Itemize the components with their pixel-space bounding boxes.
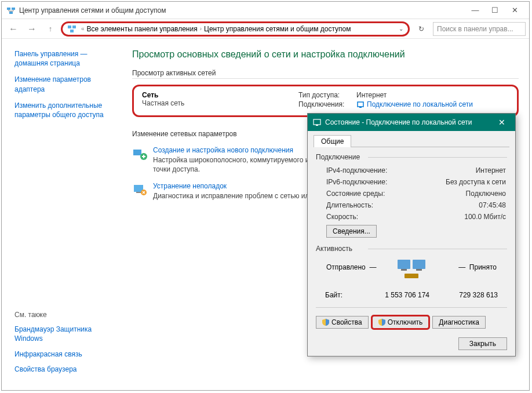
svg-rect-3	[68, 26, 71, 28]
details-button[interactable]: Сведения...	[326, 225, 377, 238]
svg-rect-7	[359, 107, 362, 108]
toolbar: ← → ↑ « Все элементы панели управления ›…	[2, 19, 529, 39]
shield-icon	[378, 319, 385, 326]
window-icon	[6, 6, 16, 15]
svg-rect-5	[70, 30, 74, 32]
titlebar: Центр управления сетями и общим доступом…	[2, 2, 529, 19]
ipv6-label: IPv6-подключение:	[326, 178, 387, 186]
dialog-tabs: Общие	[314, 134, 509, 147]
svg-rect-14	[316, 125, 318, 126]
sent-bytes: 1 553 706 174	[360, 291, 429, 299]
minimize-button[interactable]: —	[465, 4, 485, 17]
close-button[interactable]: ✕	[505, 4, 524, 17]
search-input[interactable]: Поиск в панели управ...	[433, 22, 526, 36]
svg-rect-2	[9, 12, 13, 14]
svg-rect-11	[136, 192, 141, 193]
speed-label: Скорость:	[326, 213, 358, 221]
seealso-infrared-link[interactable]: Инфракрасная связь	[14, 350, 122, 359]
svg-rect-6	[358, 102, 363, 107]
ethernet-icon	[356, 101, 365, 109]
svg-rect-0	[7, 8, 10, 10]
sidebar: Панель управления — домашняя страница Из…	[2, 39, 126, 390]
ipv6-value: Без доступа к сети	[446, 178, 506, 186]
bytes-label: Байт:	[325, 291, 360, 299]
maximize-button[interactable]: ☐	[485, 4, 505, 17]
active-networks-heading: Просмотр активных сетей	[132, 69, 519, 79]
page-title: Просмотр основных сведений о сети и наст…	[132, 49, 519, 60]
duration-value: 07:45:48	[479, 201, 506, 209]
see-also-heading: См. также	[14, 311, 122, 319]
network-name: Сеть	[142, 91, 298, 99]
svg-rect-18	[416, 269, 422, 271]
close-dialog-button[interactable]: Закрыть	[458, 337, 507, 350]
disable-button[interactable]: Отключить	[372, 316, 429, 329]
up-button[interactable]: ↑	[42, 21, 59, 37]
received-label: — Принято	[458, 263, 497, 271]
dialog-close-button[interactable]: ✕	[493, 118, 511, 127]
svg-rect-1	[12, 8, 15, 10]
troubleshoot-icon	[132, 182, 148, 198]
back-button[interactable]: ←	[5, 21, 21, 37]
properties-button[interactable]: Свойства	[316, 316, 369, 329]
duration-label: Длительность:	[326, 201, 373, 209]
active-network-box: Сеть Частная сеть Тип доступа: Интернет …	[132, 85, 519, 117]
chevron-left-icon: «	[81, 26, 85, 32]
sent-label: Отправлено —	[326, 263, 376, 271]
svg-rect-19	[405, 274, 418, 278]
seealso-firewall-link[interactable]: Брандмауэр Защитника Windows	[14, 325, 122, 343]
svg-rect-13	[314, 119, 320, 125]
svg-rect-15	[398, 260, 410, 269]
shield-icon	[322, 319, 329, 326]
ipv4-label: IPv4-подключение:	[326, 166, 387, 174]
forward-button[interactable]: →	[24, 21, 40, 37]
svg-rect-4	[72, 26, 76, 28]
sidebar-adapter-settings-link[interactable]: Изменение параметров адаптера	[14, 75, 122, 93]
media-state-value: Подключено	[466, 190, 506, 198]
refresh-button[interactable]: ↻	[414, 22, 428, 36]
sidebar-sharing-settings-link[interactable]: Изменить дополнительные параметры общего…	[14, 101, 122, 119]
svg-rect-16	[413, 260, 425, 269]
sidebar-home-link[interactable]: Панель управления — домашняя страница	[14, 49, 122, 68]
window-title: Центр управления сетями и общим доступом	[19, 6, 465, 14]
svg-rect-8	[133, 150, 141, 155]
ethernet-icon	[312, 118, 322, 127]
breadcrumb-parent[interactable]: Все элементы панели управления	[87, 25, 198, 33]
received-bytes: 729 328 613	[453, 291, 498, 299]
svg-rect-17	[401, 269, 407, 271]
breadcrumb-current[interactable]: Центр управления сетями и общим доступом	[204, 25, 351, 33]
chevron-right-icon: ›	[200, 26, 202, 32]
diagnose-button[interactable]: Диагностика	[432, 316, 486, 329]
activity-group-heading: Активность	[316, 245, 507, 253]
access-type-value: Интернет	[356, 91, 387, 99]
connection-status-dialog: Состояние - Подключение по локальной сет…	[307, 113, 516, 356]
connection-link[interactable]: Подключение по локальной сети	[367, 100, 473, 110]
access-type-label: Тип доступа:	[298, 91, 356, 99]
address-bar[interactable]: « Все элементы панели управления › Центр…	[61, 21, 410, 37]
ipv4-value: Интернет	[476, 166, 506, 174]
seealso-browser-props-link[interactable]: Свойства браузера	[14, 365, 122, 374]
media-state-label: Состояние среды:	[326, 190, 385, 198]
tab-general[interactable]: Общие	[314, 135, 351, 147]
activity-icon	[395, 257, 428, 282]
speed-value: 100.0 Мбит/c	[464, 213, 506, 221]
dialog-title: Состояние - Подключение по локальной сет…	[325, 118, 493, 126]
connections-label: Подключения:	[298, 100, 356, 108]
dialog-titlebar: Состояние - Подключение по локальной сет…	[308, 114, 515, 131]
connection-group-heading: Подключение	[316, 153, 507, 161]
new-connection-icon	[132, 146, 148, 162]
network-type: Частная сеть	[142, 99, 298, 107]
control-panel-icon	[67, 24, 76, 34]
dropdown-icon[interactable]: ⌄	[399, 26, 403, 32]
